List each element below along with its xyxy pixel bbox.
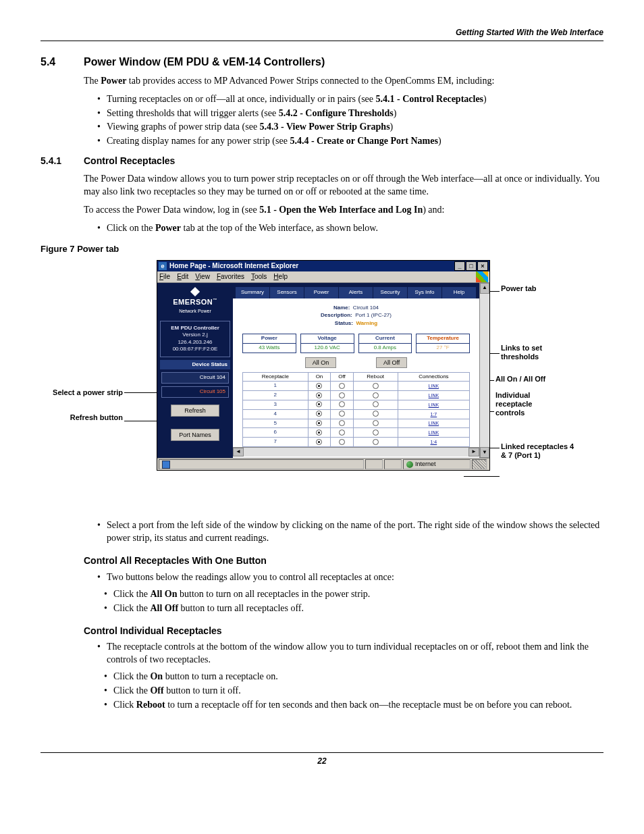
radio-off[interactable] xyxy=(339,439,345,445)
status-left xyxy=(159,459,364,469)
tab-help[interactable]: Help xyxy=(442,287,477,298)
tab-alerts[interactable]: Alerts xyxy=(339,287,373,298)
circuit-item-105[interactable]: Circuit 105 xyxy=(161,386,229,398)
th-connections: Connections xyxy=(398,372,469,382)
radio-on[interactable] xyxy=(316,429,322,436)
horizontal-scrollbar[interactable]: ◄ ► xyxy=(233,447,479,457)
text-bold: Off xyxy=(150,685,163,696)
radio-on[interactable] xyxy=(316,439,322,445)
scroll-up-icon[interactable]: ▲ xyxy=(480,283,489,294)
callout-select-strip: Select a power strip xyxy=(42,388,123,397)
minimize-button[interactable]: _ xyxy=(454,261,465,271)
radio-off[interactable] xyxy=(339,420,345,426)
feature-list: Turning receptacles on or off—all at onc… xyxy=(97,93,603,149)
refresh-button[interactable]: Refresh xyxy=(171,405,219,417)
metric-value: 0.8 Amps xyxy=(359,344,412,353)
text: Click on the xyxy=(107,223,155,233)
link-cell[interactable]: LINK xyxy=(398,419,469,428)
status-cell xyxy=(384,459,402,469)
text: button to turn all receptacles off. xyxy=(178,603,304,613)
radio-off[interactable] xyxy=(339,392,345,398)
th-reboot: Reboot xyxy=(353,372,398,382)
menu-tools[interactable]: Tools xyxy=(251,272,267,282)
cell-id: 4 xyxy=(243,409,308,419)
metric-header: Current xyxy=(359,334,412,344)
port-names-button[interactable]: Port Names xyxy=(171,429,219,441)
scroll-track[interactable] xyxy=(480,294,489,447)
radio-off[interactable] xyxy=(339,401,345,407)
controller-mac: 00:08:67:FF:F2:0E xyxy=(163,346,227,353)
radio-reboot[interactable] xyxy=(373,429,379,436)
metric-current[interactable]: Current 0.8 Amps xyxy=(358,334,412,353)
radio-reboot[interactable] xyxy=(373,383,379,389)
all-off-button[interactable]: All Off xyxy=(376,357,407,368)
sidebar: EMERSON™ Network Power EM PDU Controller… xyxy=(157,283,233,458)
tab-summary[interactable]: Summary xyxy=(236,287,270,298)
metric-voltage[interactable]: Voltage 120.6 VAC xyxy=(300,334,354,353)
windows-logo-icon xyxy=(476,271,488,282)
metrics-row: Power 43 Watts Voltage 120.6 VAC Current… xyxy=(242,334,470,353)
list-item: Creating display names for any power str… xyxy=(97,135,603,148)
scroll-down-icon[interactable]: ▼ xyxy=(480,447,489,458)
content-area: EMERSON™ Network Power EM PDU Controller… xyxy=(157,283,489,458)
menu-edit[interactable]: Edit xyxy=(177,272,188,282)
device-status-header: Device Status xyxy=(160,360,230,370)
tab-security[interactable]: Security xyxy=(373,287,408,298)
radio-off[interactable] xyxy=(339,411,345,417)
radio-on[interactable] xyxy=(316,401,322,407)
cell-id: 6 xyxy=(243,428,308,438)
callout-refresh: Refresh button xyxy=(69,413,123,422)
text: Creating display names for any power str… xyxy=(107,136,290,146)
all-on-button[interactable]: All On xyxy=(305,357,337,368)
scroll-track[interactable] xyxy=(244,448,468,457)
menu-help[interactable]: Help xyxy=(273,272,288,282)
scroll-right-icon[interactable]: ► xyxy=(468,448,479,457)
radio-off[interactable] xyxy=(339,429,345,436)
metric-temperature[interactable]: Temperature 27 °F xyxy=(416,334,470,353)
radio-on[interactable] xyxy=(316,420,322,426)
close-button[interactable]: × xyxy=(477,261,488,271)
tab-sensors[interactable]: Sensors xyxy=(270,287,304,298)
radio-on[interactable] xyxy=(316,411,322,417)
tab-sysinfo[interactable]: Sys Info xyxy=(408,287,442,298)
cell-id: 2 xyxy=(243,391,308,400)
link-cell[interactable]: 1:4 xyxy=(398,438,469,447)
text: Click the xyxy=(113,603,150,613)
list: The receptacle controls at the bottom of… xyxy=(97,641,603,667)
text: Setting thresholds that will trigger ale… xyxy=(107,108,279,118)
resize-grip-icon[interactable] xyxy=(472,459,487,469)
table-row: 71:4 xyxy=(243,438,470,447)
vertical-scrollbar[interactable]: ▲ ▼ xyxy=(479,283,489,458)
metric-power[interactable]: Power 43 Watts xyxy=(242,334,296,353)
link-cell[interactable]: LINK xyxy=(398,382,469,391)
circuit-item-104[interactable]: Circuit 104 xyxy=(161,372,229,384)
radio-on[interactable] xyxy=(316,392,322,398)
scroll-left-icon[interactable]: ◄ xyxy=(233,448,244,457)
ie-window: e Home Page - Microsoft Internet Explore… xyxy=(157,260,490,471)
radio-reboot[interactable] xyxy=(373,439,379,445)
text-bold: All On xyxy=(150,589,177,599)
controller-name: EM PDU Controller xyxy=(163,325,227,332)
link-cell[interactable]: LINK xyxy=(398,428,469,438)
radio-reboot[interactable] xyxy=(373,420,379,426)
text: tab provides access to MP Advanced Power… xyxy=(126,76,494,86)
link-cell[interactable]: LINK xyxy=(398,400,469,410)
tab-power[interactable]: Power xyxy=(304,287,339,298)
radio-reboot[interactable] xyxy=(373,392,379,398)
label: Name: xyxy=(333,305,350,311)
all-buttons-row: All On All Off xyxy=(233,357,479,368)
menu-view[interactable]: View xyxy=(195,272,210,282)
menu-favorites[interactable]: Favorites xyxy=(217,272,244,282)
maximize-button[interactable]: □ xyxy=(466,261,477,271)
tm: ™ xyxy=(213,298,217,302)
radio-on[interactable] xyxy=(316,383,322,389)
ie-icon: e xyxy=(159,262,167,270)
radio-reboot[interactable] xyxy=(373,411,379,417)
menu-file[interactable]: File xyxy=(159,272,170,282)
radio-reboot[interactable] xyxy=(373,401,379,407)
link-cell[interactable]: 1:7 xyxy=(398,409,469,419)
radio-off[interactable] xyxy=(339,383,345,389)
link-cell[interactable]: LINK xyxy=(398,391,469,400)
status-text: Internet xyxy=(415,460,436,468)
callout-individual: Individual receptacle controls xyxy=(495,391,563,417)
